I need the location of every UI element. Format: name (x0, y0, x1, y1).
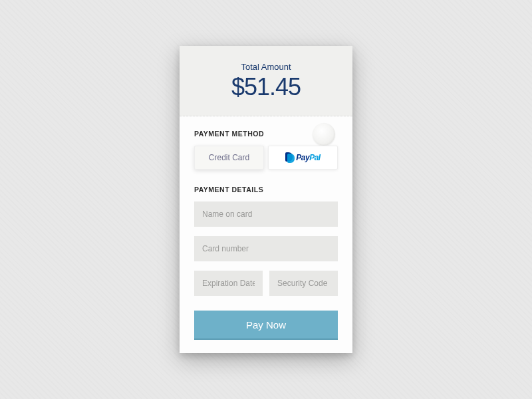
checkout-card: Total Amount $51.45 PAYMENT METHOD Credi… (180, 46, 352, 353)
total-label: Total Amount (193, 62, 339, 72)
card-number-input[interactable] (194, 236, 338, 261)
tab-paypal[interactable]: PayPal (268, 146, 338, 170)
payment-method-tabs: Credit Card PayPal (194, 146, 338, 170)
card-body: PAYMENT METHOD Credit Card PayPal PAYMEN… (180, 116, 352, 353)
paypal-logo: PayPal (285, 152, 320, 163)
paypal-text: PayPal (296, 153, 320, 162)
expiry-cvv-row (194, 271, 338, 305)
tab-credit-card-label: Credit Card (209, 153, 249, 162)
payment-details-label: PAYMENT DETAILS (194, 186, 338, 194)
security-code-input[interactable] (269, 271, 338, 296)
tab-credit-card[interactable]: Credit Card (194, 146, 264, 170)
paypal-p-icon (285, 152, 295, 163)
name-on-card-input[interactable] (194, 201, 338, 227)
pay-now-button[interactable]: Pay Now (194, 311, 338, 338)
total-amount: $51.45 (193, 73, 339, 101)
expiration-date-input[interactable] (194, 271, 263, 296)
loading-indicator (313, 123, 335, 146)
total-header: Total Amount $51.45 (180, 46, 352, 116)
